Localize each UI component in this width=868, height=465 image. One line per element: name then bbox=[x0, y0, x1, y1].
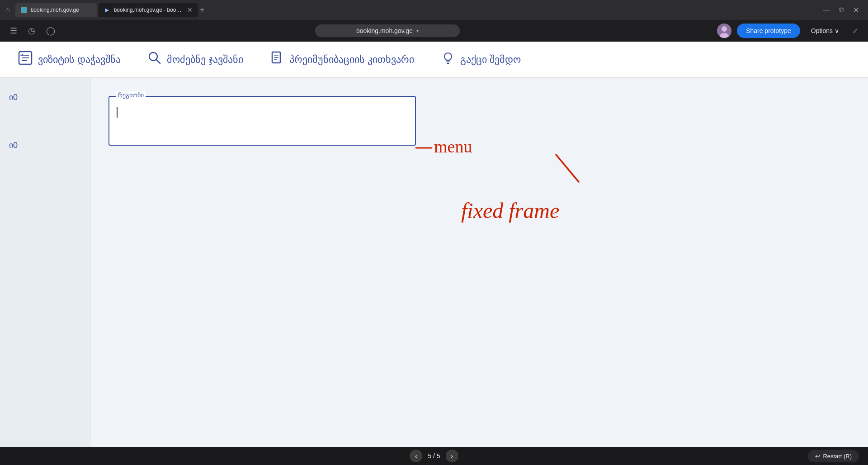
tab2-close-icon[interactable]: ✕ bbox=[187, 6, 193, 14]
svg-line-8 bbox=[156, 60, 160, 63]
nav-item-last[interactable]: გაქცი შემდო bbox=[441, 51, 521, 68]
maximize-button[interactable]: ⧉ bbox=[835, 4, 848, 16]
sidebar-toggle-icon[interactable]: ☰ bbox=[7, 23, 20, 38]
minimize-button[interactable]: — bbox=[819, 4, 834, 16]
address-text: booking.moh.gov.ge bbox=[356, 27, 413, 34]
home-icon[interactable]: ⌂ bbox=[5, 6, 10, 14]
proto-nav: ვიზიტის დაჭავშნა მოძებნე ჯავშანი პრე bbox=[0, 42, 868, 78]
svg-line-17 bbox=[556, 155, 579, 182]
next-page-button[interactable]: › bbox=[446, 450, 458, 462]
nav-item-visit-label: ვიზიტის დაჭავშნა bbox=[38, 54, 121, 66]
fullscreen-icon[interactable]: ⤢ bbox=[850, 24, 861, 37]
restart-label: Restart (R) bbox=[823, 453, 852, 460]
nav-item-search[interactable]: მოძებნე ჯავშანი bbox=[148, 51, 243, 68]
left-sidebar: ი0 ი0 bbox=[0, 78, 90, 447]
restart-icon: ↩ bbox=[815, 453, 820, 460]
browser-chrome: ⌂ 🌐 booking.moh.gov.ge ▶ booking.moh.gov… bbox=[0, 0, 868, 20]
share-prototype-button[interactable]: Share prototype bbox=[737, 24, 800, 38]
region-field-container: რეგიონი bbox=[108, 96, 416, 146]
svg-point-1 bbox=[722, 26, 727, 32]
nav-item-last-label: გაქცი შემდო bbox=[460, 54, 521, 66]
new-tab-button[interactable]: + bbox=[200, 5, 205, 15]
tab1-favicon: 🌐 bbox=[21, 7, 27, 13]
proto-content: ი0 ი0 რეგიონი menu bbox=[0, 78, 868, 447]
address-dropdown-icon[interactable]: ▾ bbox=[416, 28, 419, 33]
tab2-title: booking.moh.gov.ge - booking.moh.... bbox=[114, 7, 184, 13]
svg-text:fixed frame: fixed frame bbox=[461, 199, 559, 223]
region-input[interactable] bbox=[108, 96, 416, 146]
nav-item-vaccination-label: პრეიმუნიბაციის კითხვარი bbox=[289, 54, 414, 66]
history-icon[interactable]: ◷ bbox=[25, 23, 38, 38]
canvas-area: რეგიონი menu fixed frame bbox=[90, 78, 868, 447]
search-icon bbox=[148, 51, 161, 68]
svg-text:menu: menu bbox=[434, 137, 472, 156]
address-bar-row: ☰ ◷ ◯ booking.moh.gov.ge ▾ Share prototy… bbox=[0, 20, 868, 42]
nav-item-visit[interactable]: ვიზიტის დაჭავშნა bbox=[18, 51, 121, 68]
address-bar[interactable]: booking.moh.gov.ge ▾ bbox=[315, 24, 460, 37]
tab2-favicon: ▶ bbox=[104, 7, 110, 13]
tab-1[interactable]: 🌐 booking.moh.gov.ge bbox=[15, 3, 97, 17]
main-content: ვიზიტის დაჭავშნა მოძებნე ჯავშანი პრე bbox=[0, 42, 868, 447]
text-cursor bbox=[117, 107, 118, 118]
restart-button[interactable]: ↩ Restart (R) bbox=[808, 450, 859, 462]
tab1-title: booking.moh.gov.ge bbox=[31, 7, 91, 13]
nav-item-search-label: მოძებნე ჯავშანი bbox=[167, 54, 243, 66]
lightbulb-icon bbox=[441, 51, 455, 68]
sidebar-item-2: ი0 bbox=[0, 135, 90, 156]
region-field-label: რეგიონი bbox=[116, 91, 146, 99]
prev-page-button[interactable]: ‹ bbox=[410, 450, 422, 462]
tab-bar: 🌐 booking.moh.gov.ge ▶ booking.moh.gov.g… bbox=[15, 3, 816, 17]
tab-2-active[interactable]: ▶ booking.moh.gov.ge - booking.moh.... ✕ bbox=[99, 3, 198, 17]
user-avatar[interactable] bbox=[717, 24, 731, 38]
bottom-bar: ‹ 5 / 5 › ↩ Restart (R) bbox=[0, 447, 868, 465]
options-button[interactable]: Options ∨ bbox=[806, 24, 844, 38]
page-indicator: 5 / 5 bbox=[428, 452, 440, 460]
sidebar-item-1: ი0 bbox=[0, 87, 90, 108]
nav-item-vaccination[interactable]: პრეიმუნიბაციის კითხვარი bbox=[270, 51, 414, 68]
close-button[interactable]: ✕ bbox=[849, 4, 863, 16]
checklist-icon bbox=[18, 51, 33, 68]
window-controls: — ⧉ ✕ bbox=[819, 4, 863, 16]
document-icon bbox=[270, 51, 284, 68]
search-toolbar-icon[interactable]: ◯ bbox=[43, 23, 58, 38]
